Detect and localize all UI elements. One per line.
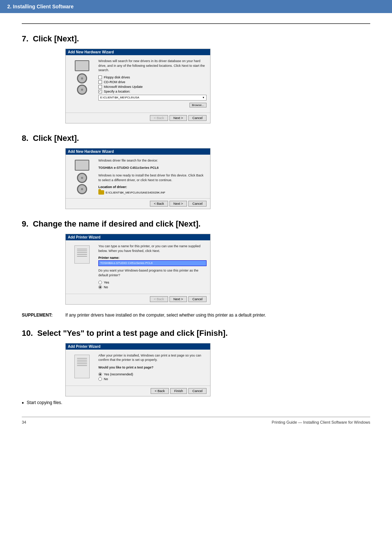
radio-no-row[interactable]: No xyxy=(98,285,207,289)
step-9: 9. Change the name if desired and click … xyxy=(22,219,370,304)
paper-line-3 xyxy=(77,252,87,253)
checkbox-windows-update-label: Microsoft Windows Update xyxy=(104,85,143,89)
wizard-8-next-button[interactable]: Next > xyxy=(170,201,187,207)
paper-line-10-1 xyxy=(77,358,87,359)
checkbox-floppy[interactable] xyxy=(98,76,102,79)
footer-text: Printing Guide — Installing Client Softw… xyxy=(272,420,370,424)
cds-icon-8 xyxy=(77,173,87,194)
checkbox-row-4[interactable]: Specify a location: xyxy=(98,90,207,93)
wizard-7-cancel-button[interactable]: Cancel xyxy=(188,115,207,121)
step-7-title: 7. Click [Next]. xyxy=(22,34,370,44)
step-8: 8. Click [Next]. Add New Hardware Wizard… xyxy=(22,134,370,209)
checkbox-row-1[interactable]: Floppy disk drives xyxy=(98,76,207,79)
paper-line-10-4 xyxy=(77,363,87,364)
checkbox-cdrom-label: CD-ROM drive xyxy=(104,80,125,84)
radio-yes-10[interactable] xyxy=(98,372,102,376)
radio-yes-row[interactable]: Yes xyxy=(98,281,207,284)
paper-lines-10 xyxy=(77,358,87,367)
wizard-8-back-button[interactable]: < Back xyxy=(150,201,168,207)
wizard-8-line2: TOSHIBA e-STUDIO C451cSeries PCL6 xyxy=(98,166,207,170)
radio-no-row-10[interactable]: No xyxy=(98,377,207,381)
radio-yes-row-10[interactable]: Yes (recommended) xyxy=(98,372,207,376)
printer-image-9 xyxy=(71,245,93,271)
supplement-label: SUPPLEMENT: xyxy=(22,312,58,318)
wizard-8-content: Windows driver file search for the devic… xyxy=(95,158,207,195)
printer-name-label: Printer name: xyxy=(98,256,207,260)
radio-yes-label-9: Yes xyxy=(104,281,109,284)
page-number: 34 xyxy=(22,420,26,424)
top-rule xyxy=(22,23,370,24)
wizard-10-finish-button[interactable]: Finish xyxy=(170,388,187,394)
checkbox-floppy-label: Floppy disk drives xyxy=(104,76,130,79)
wizard-10-back-button[interactable]: < Back xyxy=(151,388,169,394)
bullet-text: Start copying files. xyxy=(27,400,62,405)
wizard-9-icons xyxy=(69,244,95,290)
wizard-8-titlebar: Add New Hardware Wizard xyxy=(66,148,210,155)
wizard-9-cancel-button[interactable]: Cancel xyxy=(188,296,207,302)
radio-no-9[interactable] xyxy=(98,285,102,289)
paper-line-10-2 xyxy=(77,360,87,360)
paper-line-10-5 xyxy=(77,365,87,366)
bullet-item: • Start copying files. xyxy=(22,400,370,406)
wizard-9-footer: < Back Next > Cancel xyxy=(66,294,210,304)
location-input[interactable]: E:\CLIENT\$K_ME\PCL6\USA ▼ xyxy=(98,95,207,101)
radio-no-label-10: No xyxy=(104,377,108,381)
paper-stack-9 xyxy=(74,245,90,264)
monitor-icon xyxy=(75,60,89,71)
printer-image-10 xyxy=(71,355,93,380)
wizard-10-question: Would you like to print a test page? xyxy=(98,365,207,370)
supplement-text: If any printer drivers have installed on… xyxy=(65,312,266,318)
wizard-9-titlebar: Add Printer Wizard xyxy=(66,234,210,240)
default-question: Do you want your Windows-based programs … xyxy=(98,268,207,277)
location-box: E:\CLIENT\$K_ME\PCL6\USA ▼ xyxy=(98,95,207,101)
step-9-wizard: Add Printer Wizard xyxy=(65,234,211,304)
wizard-9-body-text: You can type a name for this printer, or… xyxy=(98,244,207,253)
checkbox-cdrom[interactable] xyxy=(98,80,102,84)
step-7-wizard: Add New Hardware Wizard Windows will sea… xyxy=(65,49,211,123)
wizard-9-next-button[interactable]: Next > xyxy=(170,296,187,302)
location-label-8: Location of driver: xyxy=(98,185,207,189)
paper-line-10-3 xyxy=(77,362,87,362)
paper-line-2 xyxy=(77,250,87,251)
checkbox-row-2[interactable]: CD-ROM drive xyxy=(98,80,207,84)
paper-line-1 xyxy=(77,249,87,249)
supplement-block: SUPPLEMENT: If any printer drivers have … xyxy=(22,312,370,318)
wizard-9-body: You can type a name for this printer, or… xyxy=(66,240,210,293)
cds-icon xyxy=(77,73,87,95)
checkbox-row-3[interactable]: Microsoft Windows Update xyxy=(98,85,207,89)
wizard-8-line3: Windows is now ready to install the best… xyxy=(98,173,207,182)
wizard-10-body: After your printer is installed, Windows… xyxy=(66,350,210,386)
step-9-title: 9. Change the name if desired and click … xyxy=(22,219,370,229)
wizard-7-back-button[interactable]: < Back xyxy=(150,115,168,121)
driver-path-text: E:\CLIENT\$K_ME\PCL6\USA\ES4D029K.INF xyxy=(106,191,166,194)
paper-stack-10 xyxy=(74,355,90,378)
wizard-8-icons xyxy=(69,158,95,195)
step-10-wizard: Add Printer Wizard xyxy=(65,343,211,397)
checkbox-specify-location[interactable] xyxy=(98,90,102,93)
page-footer: 34 Printing Guide — Installing Client So… xyxy=(22,417,370,427)
wizard-10-footer: < Back Finish Cancel xyxy=(66,386,210,396)
printer-name-input[interactable]: TOSHIBA e-STUDIO C451cSeries PCL6 xyxy=(98,260,207,266)
wizard-8-cancel-button[interactable]: Cancel xyxy=(188,201,207,207)
wizard-7-body: Windows will search for new drivers in i… xyxy=(66,55,210,113)
radio-no-label-9: No xyxy=(104,285,108,289)
wizard-8-footer: < Back Next > Cancel xyxy=(66,198,210,209)
browse-button[interactable]: Browse... xyxy=(189,103,207,107)
folder-icon xyxy=(98,190,104,195)
bullet-dot: • xyxy=(22,400,24,406)
radio-yes-label-10: Yes (recommended) xyxy=(104,372,133,376)
wizard-7-content: Windows will search for new drivers in i… xyxy=(95,59,207,109)
wizard-10-titlebar: Add Printer Wizard xyxy=(66,343,210,350)
wizard-7-next-button[interactable]: Next > xyxy=(170,115,187,121)
wizard-9-content: You can type a name for this printer, or… xyxy=(95,244,207,290)
wizard-9-back-button[interactable]: < Back xyxy=(150,296,168,302)
radio-yes-9[interactable] xyxy=(98,281,102,284)
checkbox-windows-update[interactable] xyxy=(98,85,102,89)
wizard-10-content: After your printer is installed, Windows… xyxy=(95,353,207,382)
radio-no-10[interactable] xyxy=(98,377,102,381)
cd-icon-1 xyxy=(77,73,87,83)
dropdown-arrow-icon[interactable]: ▼ xyxy=(202,96,205,99)
paper-lines-9 xyxy=(77,249,87,258)
wizard-8-body: Windows driver file search for the devic… xyxy=(66,155,210,198)
wizard-10-cancel-button[interactable]: Cancel xyxy=(188,388,207,394)
